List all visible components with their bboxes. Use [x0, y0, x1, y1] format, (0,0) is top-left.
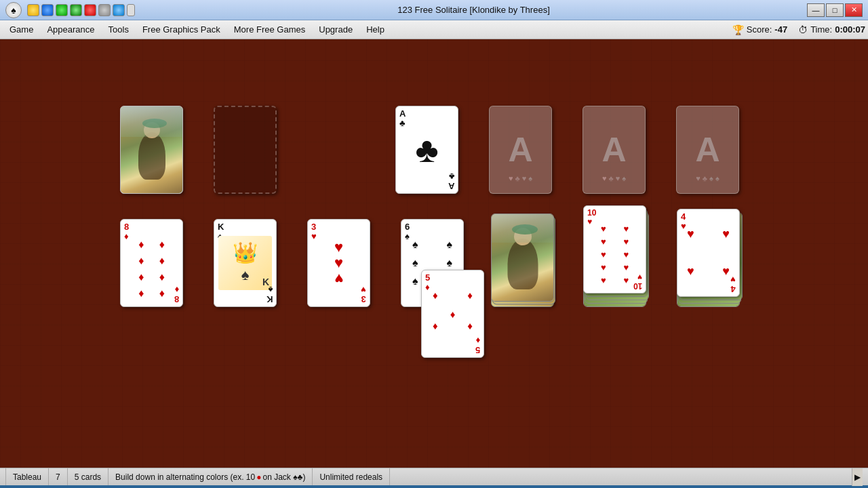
time-block: ⏱ Time: 0:00:07	[798, 24, 865, 35]
toolbar-btn-6[interactable]	[98, 4, 111, 16]
score-area: 🏆 Score: -47 ⏱ Time: 0:00:07	[732, 24, 865, 35]
status-cards-value: 5 cards	[75, 472, 101, 482]
toolbar-btn-7[interactable]	[113, 4, 125, 16]
toolbar-btn-2[interactable]	[41, 4, 54, 16]
menu-appearance[interactable]: Appearance	[40, 22, 101, 37]
menu-tools[interactable]: Tools	[102, 22, 136, 37]
status-hint-text: Build down in alternating colors (ex. 10	[115, 472, 255, 482]
status-redeals: Unlimited redeals	[313, 468, 390, 485]
tableau-4-card-2[interactable]: 5♦ ♦ ♦ ♦ ♦ ♦ 5♦	[421, 270, 484, 358]
stock-pile[interactable]	[120, 106, 183, 194]
menu-game[interactable]: Game	[3, 22, 40, 37]
menu-help[interactable]: Help	[359, 22, 391, 37]
status-dot: ●	[256, 472, 261, 482]
toolbar-btn-8[interactable]	[127, 4, 135, 16]
toolbar-btn-4[interactable]	[70, 4, 82, 16]
scrollbar-button[interactable]: ▶	[852, 468, 863, 486]
score-value: -47	[774, 24, 787, 35]
window-title: 123 Free Solitaire [Klondike by Threes]	[140, 5, 807, 15]
menu-upgrade[interactable]: Upgrade	[312, 22, 359, 37]
foundation-3[interactable]: A ♥ ♣ ♥ ♠	[583, 106, 646, 194]
foundation-4[interactable]: A ♥ ♣ ♠ ♠	[676, 106, 739, 194]
time-icon: ⏱	[798, 24, 808, 35]
score-label: Score:	[747, 24, 772, 35]
tableau-3-card-1[interactable]: 3♥ ♥ ♥ ♥ 3♥	[307, 219, 370, 307]
foundation-1[interactable]: A♣ ♣ A♣	[395, 106, 458, 194]
status-hint: Build down in alternating colors (ex. 10…	[108, 468, 313, 485]
time-value: 0:00:07	[835, 24, 865, 35]
waste-pile[interactable]	[214, 106, 277, 194]
status-count-value: 7	[56, 472, 60, 482]
app-icon: ♠	[5, 2, 22, 18]
status-hint-text2: on Jack ♠♣)	[262, 472, 305, 482]
toolbar-btn-1[interactable]	[27, 4, 39, 16]
minimize-button[interactable]: —	[807, 3, 825, 17]
menu-more-games[interactable]: More Free Games	[227, 22, 312, 37]
toolbar-btn-3[interactable]	[56, 4, 68, 16]
score-block: 🏆 Score: -47	[732, 24, 787, 35]
time-label: Time:	[810, 24, 832, 35]
tableau-1-card-1[interactable]: 8♦ ♦ ♦ ♦ ♦ ♦ ♦ ♦ ♦ 8♦	[120, 219, 183, 307]
toolbar-btn-5[interactable]	[84, 4, 96, 16]
close-button[interactable]: ✕	[845, 3, 863, 17]
statusbar: Tableau 7 5 cards Build down in alternat…	[0, 468, 868, 485]
status-redeals-value: Unlimited redeals	[319, 472, 382, 482]
status-mode: Tableau	[5, 468, 49, 485]
score-icon: 🏆	[732, 24, 744, 35]
status-cards: 5 cards	[68, 468, 108, 485]
toolbar-buttons	[27, 4, 135, 16]
tableau-2-card-1[interactable]: K♠ 👑♠ K K♠	[214, 219, 277, 307]
titlebar: ♠ 123 Free Solitaire [Klondike by Threes…	[0, 0, 868, 20]
window-controls: — □ ✕	[807, 3, 863, 17]
tableau-5-stack	[491, 219, 554, 307]
menu-free-graphics[interactable]: Free Graphics Pack	[136, 22, 227, 37]
menubar: Game Appearance Tools Free Graphics Pack…	[0, 20, 868, 39]
ace-clubs-face: A♣ ♣ A♣	[396, 106, 458, 193]
maximize-button[interactable]: □	[826, 3, 844, 17]
status-count: 7	[49, 468, 68, 485]
status-tableau-label: Tableau	[13, 472, 41, 482]
game-area[interactable]: A♣ ♣ A♣ A ♥ ♣ ♥ ♠ A ♥ ♣ ♥ ♠ A ♥ ♣ ♠ ♠	[0, 39, 868, 468]
foundation-2[interactable]: A ♥ ♣ ♥ ♠	[489, 106, 552, 194]
